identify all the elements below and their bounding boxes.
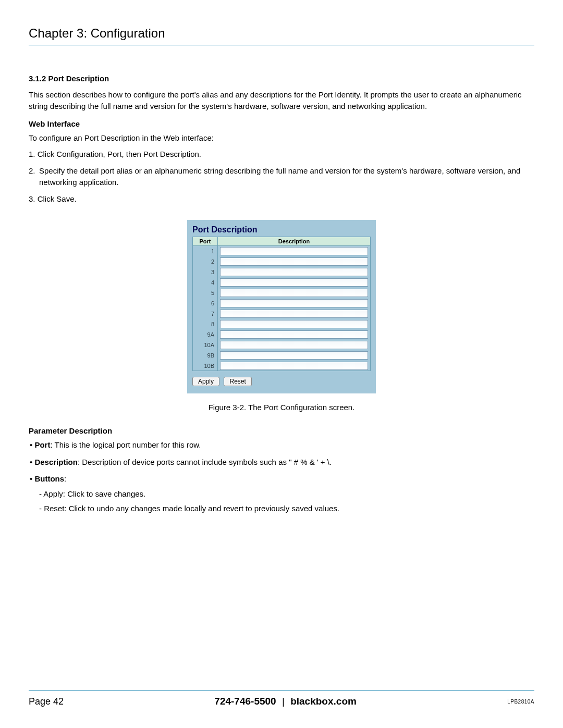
- col-port: Port: [193, 237, 218, 246]
- section-heading: 3.1.2 Port Description: [29, 74, 534, 83]
- port-number: 8: [193, 319, 218, 329]
- table-row: 10B: [193, 361, 371, 371]
- port-number: 10A: [193, 340, 218, 350]
- web-intro: To configure an Port Description in the …: [29, 132, 534, 144]
- description-input[interactable]: [220, 310, 368, 318]
- footer-center: 724-746-5500 | blackbox.com: [64, 696, 507, 707]
- description-cell: [218, 329, 371, 340]
- intro-paragraph: This section describes how to configure …: [29, 89, 534, 112]
- description-input[interactable]: [220, 351, 368, 360]
- param-apply: - Apply: Click to save changes.: [39, 488, 534, 500]
- description-cell: [218, 309, 371, 319]
- parameter-heading: Parameter Description: [29, 426, 534, 435]
- description-input[interactable]: [220, 247, 368, 255]
- param-description: • Description: Description of device por…: [30, 456, 534, 468]
- port-number: 3: [193, 267, 218, 277]
- description-cell: [218, 298, 371, 309]
- table-row: 10A: [193, 340, 371, 350]
- table-row: 3: [193, 267, 371, 277]
- param-reset: - Reset: Click to undo any changes made …: [39, 503, 534, 515]
- table-row: 6: [193, 298, 371, 309]
- table-row: 2: [193, 256, 371, 267]
- description-input[interactable]: [220, 268, 368, 276]
- port-number: 7: [193, 309, 218, 319]
- footer-code: LPB2810A: [507, 699, 534, 705]
- col-description: Description: [218, 237, 371, 246]
- description-cell: [218, 361, 371, 371]
- description-cell: [218, 246, 371, 256]
- footer-page: Page 42: [29, 696, 64, 707]
- param-port: • Port: This is the logical port number …: [30, 439, 534, 451]
- apply-button[interactable]: Apply: [192, 377, 219, 386]
- port-description-table: Port Description 123456789A10A9B10B: [192, 237, 371, 371]
- description-input[interactable]: [220, 278, 368, 287]
- description-cell: [218, 267, 371, 277]
- description-input[interactable]: [220, 341, 368, 349]
- step-2: 2. Specify the detail port alias or an a…: [29, 165, 534, 188]
- description-input[interactable]: [220, 257, 368, 266]
- description-input[interactable]: [220, 362, 368, 370]
- step-1: 1. Click Configuration, Port, then Port …: [29, 149, 534, 160]
- parameter-list: • Port: This is the logical port number …: [30, 439, 534, 515]
- port-number: 5: [193, 288, 218, 298]
- panel-title: Port Description: [192, 225, 371, 235]
- description-input[interactable]: [220, 330, 368, 339]
- table-row: 4: [193, 277, 371, 288]
- page-footer: Page 42 724-746-5500 | blackbox.com LPB2…: [29, 690, 534, 707]
- port-number: 4: [193, 277, 218, 288]
- param-buttons: • Buttons: - Apply: Click to save change…: [30, 473, 534, 515]
- port-description-panel: Port Description Port Description 123456…: [187, 220, 376, 393]
- table-row: 1: [193, 246, 371, 256]
- description-input[interactable]: [220, 320, 368, 328]
- description-cell: [218, 256, 371, 267]
- port-number: 1: [193, 246, 218, 256]
- table-row: 9B: [193, 350, 371, 361]
- description-cell: [218, 340, 371, 350]
- table-row: 5: [193, 288, 371, 298]
- port-number: 10B: [193, 361, 218, 371]
- web-interface-heading: Web Interface: [29, 119, 534, 128]
- port-number: 9A: [193, 329, 218, 340]
- description-input[interactable]: [220, 299, 368, 307]
- reset-button[interactable]: Reset: [224, 377, 251, 386]
- table-row: 7: [193, 309, 371, 319]
- port-number: 2: [193, 256, 218, 267]
- table-row: 9A: [193, 329, 371, 340]
- table-row: 8: [193, 319, 371, 329]
- description-cell: [218, 288, 371, 298]
- description-cell: [218, 277, 371, 288]
- port-number: 9B: [193, 350, 218, 361]
- port-number: 6: [193, 298, 218, 309]
- figure-caption: Figure 3-2. The Port Configuration scree…: [187, 403, 376, 412]
- step-3: 3. Click Save.: [29, 193, 534, 205]
- figure-container: Port Description Port Description 123456…: [187, 220, 376, 412]
- description-cell: [218, 350, 371, 361]
- chapter-title: Chapter 3: Configuration: [29, 26, 534, 45]
- description-cell: [218, 319, 371, 329]
- description-input[interactable]: [220, 289, 368, 297]
